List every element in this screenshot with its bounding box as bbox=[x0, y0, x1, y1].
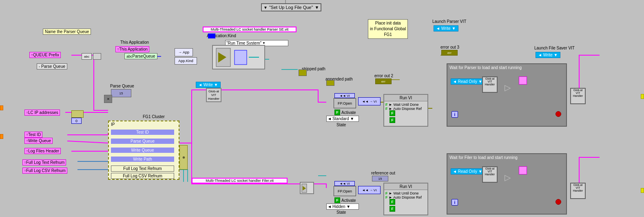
vi-run-arrows-1: ◄◄ → VI bbox=[358, 97, 381, 105]
top-dropdown[interactable]: ▼ "Set Up Log File Que" ▼ bbox=[261, 3, 321, 11]
left-edge-indicator-2 bbox=[0, 134, 3, 139]
read-only-2-btn[interactable]: ◄ Read Only ▼ bbox=[451, 168, 485, 174]
dropdown-icon: ▼ bbox=[263, 5, 268, 10]
top-dropdown-label: "Set Up Log File Que" bbox=[269, 5, 313, 10]
state-2-label: State bbox=[336, 210, 346, 215]
write-button-1[interactable]: ◄ Write ▼ bbox=[196, 82, 221, 88]
wait-parser-label: Wait for Parser to load and start runnin… bbox=[447, 64, 566, 71]
svg-rect-16 bbox=[235, 50, 247, 65]
error-out-3-box: err bbox=[441, 50, 458, 56]
app-block: → App bbox=[175, 48, 193, 56]
read-only-1-btn[interactable]: ◄ Read Only ▼ bbox=[451, 78, 485, 85]
play-arrow-2: ▷ bbox=[505, 172, 511, 182]
run-vi-1-header: Run VI bbox=[384, 95, 427, 101]
standard-dropdown-text: Standard ▼ bbox=[332, 116, 354, 121]
write-button-saver[interactable]: ◄ Write ▼ bbox=[536, 52, 560, 58]
global-vit-handler-1: Glob-alVITHandler bbox=[206, 88, 221, 102]
standard-dropdown[interactable]: ◄ Standard ▼ bbox=[326, 116, 359, 122]
full-log-text-terminal: ↑Full Log Text Refnum bbox=[22, 159, 66, 166]
this-app-terminal: ↑This Application bbox=[115, 46, 149, 52]
run-vi-2-header: Run VI bbox=[384, 183, 427, 190]
info-icon-1: i bbox=[451, 111, 458, 118]
app-label: → App bbox=[178, 50, 189, 54]
wait-filer-box: Wait for Filer to load and start running… bbox=[447, 153, 567, 215]
lc-ip-terminal: ↑LC IP addresses bbox=[24, 110, 60, 116]
queue-prefix-label: QUEUE Prefix bbox=[33, 53, 59, 57]
write-button-parser[interactable]: ◄ Write ▼ bbox=[434, 25, 458, 31]
lc-ip-connector bbox=[71, 110, 84, 118]
stop-btn-1 bbox=[555, 111, 561, 117]
multi-threaded-filer-label: Multi-Threaded LC socket handler Filer.v… bbox=[206, 179, 274, 183]
reference-out-label: reference out bbox=[371, 171, 395, 175]
info-icon-2: i bbox=[451, 199, 458, 206]
test-id-field: Test ID bbox=[111, 130, 174, 135]
write-queue-terminal: ↑Write Queue bbox=[24, 138, 53, 144]
app-kind-label: App.Kind bbox=[178, 59, 193, 63]
multi-threaded-filer-box: Multi-Threaded LC socket handler Filer.v… bbox=[192, 178, 288, 183]
name-parser-queue-label: Name the Parser Queue bbox=[43, 29, 91, 35]
wait-filer-label: Wait for Filer to load and start running bbox=[447, 154, 566, 161]
global-vit-right-1: Glob-alVITHandler bbox=[570, 88, 586, 104]
dropdown-arrow-icon: ▼ bbox=[314, 5, 319, 10]
wait-until-done-2-row: F ► Wait Until Done bbox=[385, 191, 426, 195]
vi-run-arrows-2: ◄◄ → VI bbox=[358, 186, 381, 194]
pink-indicator-2 bbox=[519, 166, 527, 174]
state-1-label: State bbox=[336, 123, 346, 127]
error-out-2-box: err bbox=[375, 78, 392, 84]
write-path-field: Write Path bbox=[111, 157, 174, 162]
error-out-2-label: error out 2 bbox=[374, 74, 393, 78]
parse-queue-block-label: Parse Queue bbox=[110, 84, 134, 88]
global-vit-3: Glob-alVITHandler bbox=[482, 166, 498, 183]
activate-1-f-box: F bbox=[334, 110, 340, 115]
fg1-cluster-label: FG1 Cluster bbox=[143, 114, 165, 119]
runtime-dropdown-arrow: ▼ bbox=[262, 41, 266, 45]
wait-until-done-1-row: F ► Wait Until Done bbox=[385, 103, 426, 107]
fp-open-2-label: FP.Open bbox=[338, 189, 352, 193]
f-box-auto-2: F bbox=[389, 206, 395, 212]
pink-indicator-1 bbox=[519, 76, 527, 85]
standard-dropdown-label: ◄ bbox=[328, 116, 332, 121]
global-vit-2: Glob-alVITHandler bbox=[482, 76, 498, 93]
place-init-box: Place init data in Functional Global FG1 bbox=[368, 19, 408, 39]
hidden-dropdown-text: Hidden ▼ bbox=[332, 204, 350, 209]
queue-prefix-terminal: ↑QUEUE Prefix bbox=[29, 52, 61, 58]
parse-queue-minus-label: - Parse Queue bbox=[37, 63, 67, 69]
test-id-terminal: ↑Test ID bbox=[24, 132, 42, 138]
right-edge-indicator-1 bbox=[641, 94, 644, 99]
path-connector-1 bbox=[299, 69, 307, 76]
f-box-wait-1: F bbox=[389, 110, 395, 116]
this-app-label: This Application bbox=[120, 40, 149, 45]
launch-file-saver-label: Launch File Saver VIT bbox=[534, 46, 575, 50]
main-canvas: ▼ "Set Up Log File Que" ▼ Name the Parse… bbox=[0, 0, 644, 217]
filer-vi-area bbox=[300, 182, 314, 194]
stop-btn-2 bbox=[555, 199, 561, 205]
connector-box-2 bbox=[93, 53, 101, 60]
bundle-icon: ⊕ bbox=[179, 145, 188, 170]
full-log-text-field: Full Log Text Refnum bbox=[111, 166, 174, 172]
app-kind-block: App.Kind bbox=[175, 57, 197, 65]
connector-sq-1: ✕ bbox=[104, 95, 112, 103]
svg-line-2 bbox=[67, 141, 108, 143]
activate-2-row: F Activate bbox=[334, 197, 356, 203]
activate-2-f-box: F bbox=[334, 197, 340, 203]
fp-open-1-label: FP.Open bbox=[338, 101, 352, 105]
activate-2-label: Activate bbox=[341, 198, 356, 203]
hidden-dropdown-label: ◄ bbox=[328, 204, 332, 209]
ip-field-label: IP bbox=[111, 122, 115, 127]
vi-icon-2: ◄◄ VI bbox=[334, 181, 355, 186]
write-queue-field: Write Queue bbox=[111, 148, 174, 153]
global-vit-right-2: Glob-alVITHandler bbox=[570, 183, 586, 199]
launch-parser-label: Launch Parser VIT bbox=[432, 19, 466, 24]
multi-threaded-parser-label: Multi-Threaded LC socket handler Parser … bbox=[211, 27, 289, 31]
full-log-csv-field: Full Log CSV Refnum bbox=[111, 173, 174, 179]
f-box-wait-2: F bbox=[389, 199, 395, 205]
cluster-box: IP Test ID Parse Queue Write Queue Write… bbox=[108, 121, 179, 180]
hidden-dropdown[interactable]: ◄ Hidden ▼ bbox=[326, 204, 359, 210]
error-out-3-label: error out 3 bbox=[440, 45, 459, 49]
f-box-auto-1: F bbox=[389, 117, 395, 123]
right-edge-indicator-2 bbox=[641, 188, 644, 193]
fp-open-2-box: FP.Open bbox=[334, 186, 356, 196]
parse-queue-block-box: 15 bbox=[111, 89, 131, 97]
parser-vi-area bbox=[212, 45, 265, 69]
play-arrow-1: ▷ bbox=[505, 83, 511, 92]
